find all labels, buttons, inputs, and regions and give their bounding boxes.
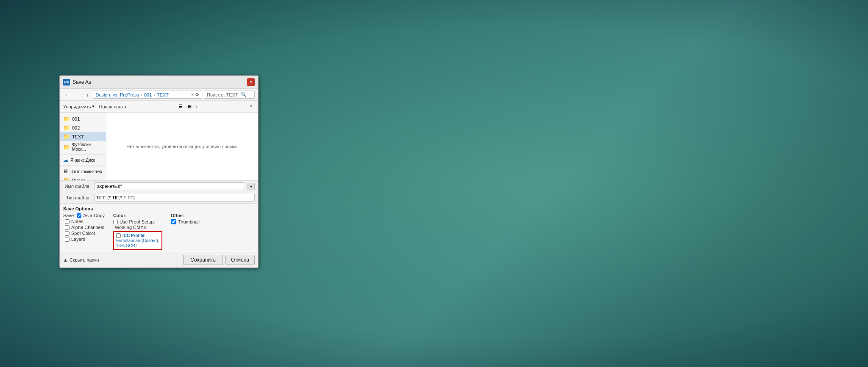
search-input[interactable]	[207, 92, 241, 97]
icc-profile-value2: 18%,GCR,L...	[116, 243, 159, 248]
as-copy-label: As a Copy	[83, 213, 105, 218]
icc-checkbox-row: ICC Profile:	[116, 233, 159, 238]
spot-colors-row: Spot Colors	[63, 231, 105, 236]
icc-profile-checkbox[interactable]	[116, 233, 121, 238]
sidebar-divider-2	[60, 166, 106, 166]
sidebar-item-video[interactable]: 📁 Видео	[60, 176, 106, 180]
icc-profile-value1: Eurostandard(Coated),	[116, 238, 159, 243]
search-box: 🔍	[204, 91, 255, 99]
working-cmyk-label: Working CMYK	[113, 225, 162, 230]
sidebar-item-001[interactable]: 📁 001	[60, 114, 106, 123]
save-col: Save: As a Copy Notes Alpha Channels Spo…	[63, 213, 105, 250]
folder-icon: 📁	[63, 116, 70, 122]
thumbnail-row: Thumbnail	[171, 219, 200, 224]
hide-folders-label: Скрыть папки	[70, 257, 99, 262]
folder-icon: 📁	[63, 144, 70, 150]
hide-folders-button[interactable]: ▲ Скрыть папки	[63, 257, 99, 262]
bottom-bar: ▲ Скрыть папки Сохранить Отмена	[60, 252, 258, 268]
sidebar-item-label: Видео	[72, 178, 86, 181]
icc-profile-box: ICC Profile: Eurostandard(Coated), 18%,G…	[113, 231, 162, 250]
sidebar-item-yandex[interactable]: ☁ Яндекс.Диск	[60, 156, 106, 164]
sidebar-item-label: 002	[72, 125, 80, 130]
title-bar: Ps Save As ×	[60, 76, 258, 89]
thumbnail-label: Thumbnail	[178, 219, 200, 224]
back-button[interactable]: ←	[63, 91, 72, 99]
use-proof-checkbox[interactable]	[113, 220, 118, 224]
other-col: Other: Thumbnail	[171, 213, 200, 250]
cloud-icon: ☁	[63, 157, 68, 163]
empty-message: Нет элементов, удовлетворяющих условию п…	[126, 144, 238, 149]
icc-profile-label: ICC Profile:	[122, 233, 145, 238]
layers-label: Layers	[71, 237, 85, 242]
view-buttons: ☰ ⊞ ▾	[176, 102, 198, 110]
filename-dropdown[interactable]: ▾	[248, 183, 255, 190]
save-label: Save:	[63, 213, 75, 218]
action-bar: Упорядочить ▾ Новая папка ☰ ⊞ ▾ ?	[60, 101, 258, 113]
help-button[interactable]: ?	[247, 103, 255, 110]
spot-colors-label: Spot Colors	[71, 231, 95, 236]
close-button[interactable]: ×	[247, 78, 255, 86]
content-area: Нет элементов, удовлетворяющих условию п…	[106, 113, 258, 180]
dialog-title: Save As	[72, 79, 91, 85]
sidebar-item-002[interactable]: 📁 002	[60, 123, 106, 132]
hide-folders-icon: ▲	[63, 257, 68, 262]
options-grid: Save: As a Copy Notes Alpha Channels Spo…	[63, 213, 255, 250]
folder-icon: 📁	[63, 177, 70, 180]
sidebar-item-label: Футболки Моса...	[72, 142, 103, 152]
notes-label: Notes	[71, 219, 83, 224]
notes-checkbox[interactable]	[65, 219, 70, 224]
save-options: Save Options Save: As a Copy Notes Alpha…	[60, 203, 258, 252]
filename-input[interactable]	[94, 182, 244, 190]
save-label-row: Save: As a Copy	[63, 213, 105, 218]
cancel-button[interactable]: Отмена	[225, 255, 255, 265]
sidebar-item-label: TEXT	[72, 134, 84, 139]
folder-icon: 📁	[63, 133, 70, 140]
alpha-row: Alpha Channels	[63, 225, 105, 230]
app-icon: Ps	[63, 79, 70, 86]
organize-chevron: ▾	[92, 104, 95, 109]
sidebar-item-label: Яндекс.Диск	[70, 158, 95, 163]
toolbar: ← → ↑ Design_vs_PrePress › 001 › TEXT ▾ …	[60, 89, 258, 101]
layers-checkbox[interactable]	[65, 237, 70, 242]
layers-row: Layers	[63, 237, 105, 242]
other-label: Other:	[171, 213, 200, 218]
refresh-button[interactable]: ⟳	[195, 92, 199, 97]
filename-row: Имя файла: ▾	[60, 180, 258, 192]
use-proof-label: Use Proof Setup:	[120, 219, 155, 224]
breadcrumb-root: Design_vs_PrePress	[96, 92, 139, 97]
action-bar-left: Упорядочить ▾ Новая папка	[63, 103, 128, 110]
sidebar-item-pc[interactable]: 🖥 Этот компьютер	[60, 167, 106, 176]
folder-icon: 📁	[63, 124, 70, 131]
breadcrumb-level1: 001	[144, 92, 152, 97]
forward-button[interactable]: →	[74, 91, 83, 99]
view-grid-button[interactable]: ⊞	[186, 102, 194, 110]
alpha-channels-label: Alpha Channels	[71, 225, 104, 230]
save-button[interactable]: Сохранить	[183, 255, 223, 265]
save-as-dialog: Ps Save As × ← → ↑ Design_vs_PrePress › …	[59, 75, 259, 268]
organize-label: Упорядочить	[63, 104, 91, 109]
notes-row: Notes	[63, 219, 105, 224]
sidebar-item-futbolki[interactable]: 📁 Футболки Моса...	[60, 141, 106, 153]
filetype-label: Тип файла:	[63, 195, 91, 200]
new-folder-button[interactable]: Новая папка	[97, 103, 128, 110]
search-icon[interactable]: 🔍	[241, 92, 247, 97]
view-list-button[interactable]: ☰	[176, 102, 185, 110]
sidebar-item-label: 001	[72, 116, 80, 121]
use-proof-row: Use Proof Setup:	[113, 219, 162, 224]
alpha-channels-checkbox[interactable]	[65, 225, 70, 230]
up-button[interactable]: ↑	[84, 91, 91, 99]
breadcrumb-level2: TEXT	[157, 92, 169, 97]
organize-button[interactable]: Упорядочить ▾	[63, 104, 95, 109]
save-options-title: Save Options	[63, 206, 255, 211]
sidebar: 📁 001 📁 002 📁 TEXT 📁 Футболки Моса... ☁ …	[60, 113, 106, 180]
color-col: Color: Use Proof Setup: Working CMYK ICC…	[113, 213, 162, 250]
spot-colors-checkbox[interactable]	[65, 231, 70, 236]
as-copy-checkbox[interactable]	[77, 213, 81, 218]
breadcrumb[interactable]: Design_vs_PrePress › 001 › TEXT ▾ ⟳	[93, 91, 203, 99]
action-buttons: Сохранить Отмена	[183, 255, 255, 265]
sidebar-item-text[interactable]: 📁 TEXT	[60, 132, 106, 141]
color-label: Color:	[113, 213, 162, 218]
thumbnail-checkbox[interactable]	[171, 219, 176, 224]
main-area: 📁 001 📁 002 📁 TEXT 📁 Футболки Моса... ☁ …	[60, 113, 258, 180]
filetype-select[interactable]: TIFF (*.TIF;*.TIFF)	[94, 194, 255, 201]
